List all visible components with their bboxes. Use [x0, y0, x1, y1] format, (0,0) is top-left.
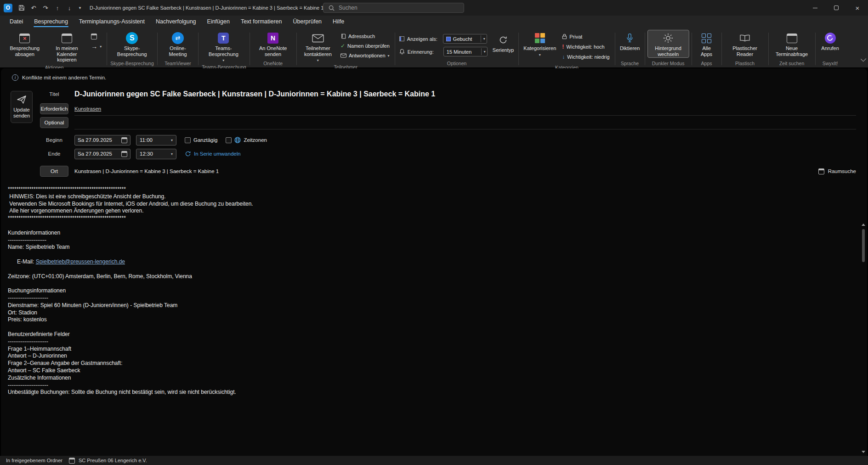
message-line: Ort: Stadion	[8, 309, 856, 317]
show-as-select[interactable]: Gebucht ▾	[443, 34, 487, 44]
chevron-down-icon: ▾	[100, 45, 102, 49]
group-label-sprache: Sprache	[618, 60, 642, 67]
new-meeting-poll-button[interactable]: Neue Terminabfrage	[771, 30, 813, 58]
info-icon: i	[12, 74, 18, 81]
importance-high-button[interactable]: ! Wichtigkeit: hoch	[560, 42, 611, 51]
dictate-button[interactable]: Diktieren	[618, 30, 642, 52]
tab-ueberpruefen[interactable]: Überprüfen	[288, 16, 327, 28]
optional-attendees-field[interactable]	[74, 116, 856, 129]
ribbon-group-plastisch: Plastischer Reader Plastisch	[723, 29, 767, 67]
recurrence-icon	[185, 151, 191, 157]
ribbon-group-skype: S Skype-Besprechung Skype-Besprechung	[108, 29, 156, 67]
ribbon-separator	[198, 33, 199, 65]
copy-to-calendar-label: In meinen Kalender kopieren	[49, 45, 85, 63]
response-options-button[interactable]: Antwortoptionen ▾	[339, 52, 391, 59]
check-names-button[interactable]: ✓ Namen überprüfen	[339, 42, 391, 50]
chevron-down-icon[interactable]: ▾	[171, 152, 173, 156]
cancel-meeting-label: Besprechung absagen	[6, 45, 43, 57]
customize-quick-access-icon[interactable]: ▾	[76, 2, 84, 13]
start-date-value: Sa 27.09.2025	[78, 137, 112, 143]
ribbon-separator	[768, 33, 769, 65]
end-label: Ende	[40, 151, 68, 157]
room-finder-button[interactable]: Raumsuche	[818, 168, 856, 174]
ribbon-separator	[815, 33, 816, 65]
online-meeting-button[interactable]: ⇄ Online-Meeting	[160, 30, 196, 58]
ribbon-group-sprache: Diktieren Sprache	[616, 29, 644, 67]
start-time-input[interactable]: 11:00 ▾	[136, 135, 176, 146]
immersive-reader-button[interactable]: Plastischer Reader	[724, 30, 766, 58]
location-row: Ort Kunstrasen | D-Juniorinnen = Kabine …	[40, 164, 856, 178]
start-row: Beginn Sa 27.09.2025 11:00 ▾ Ganztägig	[40, 133, 856, 147]
call-button[interactable]: Anrufen	[818, 30, 843, 52]
next-item-icon[interactable]: ↓	[64, 2, 75, 13]
collapse-ribbon-icon[interactable]	[861, 56, 866, 62]
immersive-reader-label: Plastischer Reader	[726, 45, 764, 57]
date-picker-icon[interactable]	[121, 151, 127, 157]
allday-checkbox-group: Ganztägig	[185, 137, 217, 143]
maximize-button[interactable]	[826, 0, 847, 16]
tab-hilfe[interactable]: Hilfe	[328, 16, 349, 28]
tab-text-formatieren[interactable]: Text formatieren	[236, 16, 287, 28]
contact-attendees-button[interactable]: Teilnehmer kontaktieren ▾	[299, 30, 337, 63]
skype-meeting-button[interactable]: S Skype-Besprechung	[109, 30, 154, 58]
chevron-down-icon[interactable]: ▾	[171, 138, 173, 142]
contact-attendees-label: Teilnehmer kontaktieren	[301, 45, 335, 57]
required-attendees-row: Erforderlich Kunstrasen	[40, 102, 856, 116]
convert-to-series-link[interactable]: In Serie umwandeln	[185, 151, 241, 157]
close-button[interactable]: ×	[847, 0, 868, 16]
search-box[interactable]: Suchen	[323, 3, 464, 13]
ribbon-separator	[296, 33, 297, 65]
recurrence-button[interactable]: Serientyp	[490, 32, 516, 54]
forward-button[interactable]: →▾	[89, 42, 103, 50]
all-apps-button[interactable]: Alle Apps	[694, 30, 719, 58]
required-attendee[interactable]: Kunstrasen	[74, 106, 101, 112]
teamviewer-icon: ⇄	[172, 32, 184, 44]
undo-icon[interactable]: ↶	[28, 2, 39, 13]
tab-datei[interactable]: Datei	[5, 16, 28, 28]
cancel-meeting-button[interactable]: × Besprechung absagen	[4, 30, 45, 58]
start-date-input[interactable]: Sa 27.09.2025	[74, 135, 130, 146]
categorize-button[interactable]: Kategorisieren ▾	[521, 30, 558, 58]
switch-background-button[interactable]: Hintergrund wechseln	[647, 30, 689, 58]
ribbon-separator	[250, 33, 250, 65]
categorize-icon	[535, 32, 545, 44]
location-value[interactable]: Kunstrasen | D-Juniorinnen = Kabine 3 | …	[74, 168, 219, 174]
scroll-down-icon[interactable]	[862, 451, 865, 453]
tab-besprechung[interactable]: Besprechung	[29, 16, 73, 28]
redo-icon[interactable]: ↷	[40, 2, 51, 13]
importance-low-button[interactable]: ↓ Wichtigkeit: niedrig	[560, 53, 611, 61]
save-icon[interactable]	[16, 2, 27, 13]
ribbon-group-teams: T Teams-Besprechung ▾ Teams-Besprechung	[199, 29, 248, 67]
tab-terminplanungs-assistent[interactable]: Terminplanungs-Assistent	[74, 16, 150, 28]
timezones-checkbox[interactable]	[226, 137, 232, 143]
private-button[interactable]: Privat	[560, 33, 611, 40]
ribbon-separator	[615, 33, 615, 65]
optional-button[interactable]: Optional	[40, 117, 68, 128]
forward-meeting-button[interactable]	[89, 33, 103, 40]
reminder-select[interactable]: 15 Minuten ▾	[443, 47, 488, 56]
tab-nachverfolgung[interactable]: Nachverfolgung	[151, 16, 201, 28]
vertical-scrollbar[interactable]	[861, 224, 866, 453]
scroll-up-icon[interactable]	[862, 224, 865, 226]
copy-to-calendar-button[interactable]: In meinen Kalender kopieren	[46, 30, 88, 64]
send-to-onenote-button[interactable]: N An OneNote senden	[252, 30, 294, 58]
date-picker-icon[interactable]	[121, 137, 127, 143]
outlook-app-icon: O	[4, 4, 12, 12]
send-update-button[interactable]: Update senden	[11, 91, 33, 123]
teams-meeting-button[interactable]: T Teams-Besprechung ▾	[201, 30, 246, 63]
previous-item-icon[interactable]: ↑	[52, 2, 63, 13]
end-time-input[interactable]: 12:30 ▾	[136, 149, 176, 159]
meeting-title[interactable]: D-Juniorinnen gegen SC Falke Saerbeck | …	[74, 90, 435, 98]
email-link[interactable]: Spielbetrieb@preussen-lengerich.de	[36, 258, 125, 265]
location-button[interactable]: Ort	[40, 166, 68, 177]
scrollbar-thumb[interactable]	[862, 229, 865, 262]
microphone-icon	[626, 32, 633, 44]
allday-checkbox[interactable]	[185, 137, 191, 143]
message-body[interactable]: ****************************************…	[1, 178, 867, 396]
minimize-button[interactable]	[805, 0, 826, 16]
address-book-button[interactable]: Adressbuch	[339, 33, 391, 40]
end-date-input[interactable]: Sa 27.09.2025	[74, 149, 130, 159]
required-button[interactable]: Erforderlich	[40, 103, 68, 114]
tab-einfuegen[interactable]: Einfügen	[202, 16, 235, 28]
titlebar: O ↶ ↷ ↑ ↓ ▾ D-Juniorinnen gegen SC Falke…	[0, 0, 868, 16]
